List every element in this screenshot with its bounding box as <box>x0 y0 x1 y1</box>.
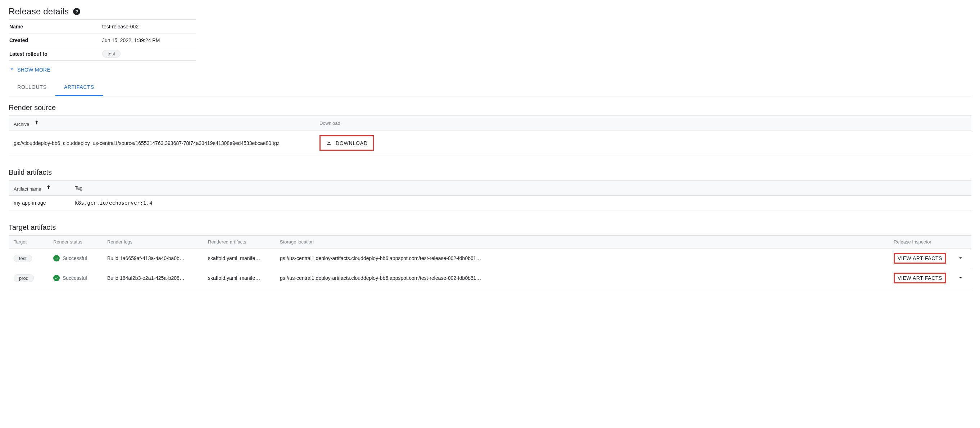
show-more-label: SHOW MORE <box>17 67 50 73</box>
col-release-inspector: Release Inspector <box>889 235 950 248</box>
success-icon <box>53 275 60 281</box>
archive-path: gs://clouddeploy-bb6_clouddeploy_us-cent… <box>9 131 315 155</box>
render-status-label: Successful <box>63 275 87 281</box>
details-key: Created <box>9 37 102 43</box>
details-row-name: Name test-release-002 <box>9 20 196 33</box>
release-details-table: Name test-release-002 Created Jun 15, 20… <box>9 19 196 61</box>
details-key: Name <box>9 24 102 30</box>
render-logs[interactable]: Build 1a6659af-413a-4a40-ba0b… <box>102 248 203 268</box>
arrow-up-icon <box>45 184 52 191</box>
release-inspector-cell: VIEW ARTIFACTS <box>889 268 950 288</box>
view-artifacts-highlight: VIEW ARTIFACTS <box>894 273 946 283</box>
col-target[interactable]: Target <box>9 235 48 248</box>
download-cell: DOWNLOAD <box>315 131 971 155</box>
col-download-label: Download <box>320 121 340 126</box>
arrow-up-icon <box>33 119 40 126</box>
col-tag[interactable]: Tag <box>70 181 971 196</box>
storage-location: gs://us-central1.deploy-artifacts.cloudd… <box>275 268 889 288</box>
render-status-cell: Successful <box>48 268 102 288</box>
view-artifacts-button[interactable]: VIEW ARTIFACTS <box>897 275 942 281</box>
details-row-latest-rollout: Latest rollout to test <box>9 47 196 61</box>
success-icon <box>53 255 60 261</box>
section-title-build-artifacts: Build artifacts <box>9 168 971 177</box>
download-button[interactable]: DOWNLOAD <box>324 137 369 149</box>
col-artifact-name[interactable]: Artifact name <box>9 181 70 196</box>
page-title: Release details <box>9 6 69 16</box>
page-title-row: Release details ? <box>9 6 971 16</box>
chevron-down-icon <box>957 255 964 262</box>
col-archive-label: Archive <box>14 122 29 127</box>
col-download: Download <box>315 116 971 131</box>
artifact-name: my-app-image <box>9 196 70 210</box>
show-more-button[interactable]: SHOW MORE <box>9 66 50 73</box>
expand-row-button[interactable] <box>955 255 966 262</box>
col-storage-location[interactable]: Storage location <box>275 235 889 248</box>
details-value: Jun 15, 2022, 1:39:24 PM <box>102 37 196 43</box>
rollout-target-chip[interactable]: test <box>102 50 121 57</box>
storage-location: gs://us-central1.deploy-artifacts.cloudd… <box>275 248 889 268</box>
target-cell: prod <box>9 268 48 288</box>
chevron-down-icon <box>9 66 15 73</box>
expand-cell <box>950 268 971 288</box>
target-artifact-row: prod Successful Build 184af2b3-e2a1-425a… <box>9 268 971 288</box>
expand-cell <box>950 248 971 268</box>
artifact-tag: k8s.gcr.io/echoserver:1.4 <box>70 196 971 210</box>
col-render-status[interactable]: Render status <box>48 235 102 248</box>
col-rendered-artifacts[interactable]: Rendered artifacts <box>203 235 275 248</box>
target-artifacts-table: Target Render status Render logs Rendere… <box>9 235 971 288</box>
target-cell: test <box>9 248 48 268</box>
download-icon <box>326 139 332 147</box>
render-source-row: gs://clouddeploy-bb6_clouddeploy_us-cent… <box>9 131 971 155</box>
col-tag-label: Tag <box>75 185 83 191</box>
render-logs[interactable]: Build 184af2b3-e2a1-425a-b208… <box>102 268 203 288</box>
render-status-cell: Successful <box>48 248 102 268</box>
col-render-logs[interactable]: Render logs <box>102 235 203 248</box>
section-title-render-source: Render source <box>9 103 971 112</box>
target-chip[interactable]: test <box>14 255 32 262</box>
details-key: Latest rollout to <box>9 51 102 57</box>
details-value: test <box>102 50 196 57</box>
target-chip[interactable]: prod <box>14 274 34 282</box>
render-source-table: Archive Download gs://clouddeploy-bb6_cl… <box>9 115 971 155</box>
help-icon[interactable]: ? <box>73 8 80 15</box>
view-artifacts-highlight: VIEW ARTIFACTS <box>894 253 946 264</box>
expand-row-button[interactable] <box>955 274 966 282</box>
release-inspector-cell: VIEW ARTIFACTS <box>889 248 950 268</box>
section-title-target-artifacts: Target artifacts <box>9 223 971 232</box>
tabs: ROLLOUTS ARTIFACTS <box>9 80 971 96</box>
view-artifacts-button[interactable]: VIEW ARTIFACTS <box>897 255 942 261</box>
tab-artifacts[interactable]: ARTIFACTS <box>56 80 103 96</box>
col-expand <box>950 235 971 248</box>
tab-rollouts[interactable]: ROLLOUTS <box>9 80 56 96</box>
rendered-artifacts: skaffold.yaml, manife… <box>203 268 275 288</box>
render-status-label: Successful <box>63 255 87 261</box>
download-label: DOWNLOAD <box>336 140 368 146</box>
details-value: test-release-002 <box>102 24 196 30</box>
col-artifact-name-label: Artifact name <box>14 186 41 192</box>
build-artifact-row: my-app-image k8s.gcr.io/echoserver:1.4 <box>9 196 971 210</box>
target-artifact-row: test Successful Build 1a6659af-413a-4a40… <box>9 248 971 268</box>
rendered-artifacts: skaffold.yaml, manife… <box>203 248 275 268</box>
details-row-created: Created Jun 15, 2022, 1:39:24 PM <box>9 33 196 47</box>
download-highlight: DOWNLOAD <box>320 135 374 151</box>
chevron-down-icon <box>957 274 964 282</box>
build-artifacts-table: Artifact name Tag my-app-image k8s.gcr.i… <box>9 180 971 210</box>
col-archive[interactable]: Archive <box>9 116 315 131</box>
